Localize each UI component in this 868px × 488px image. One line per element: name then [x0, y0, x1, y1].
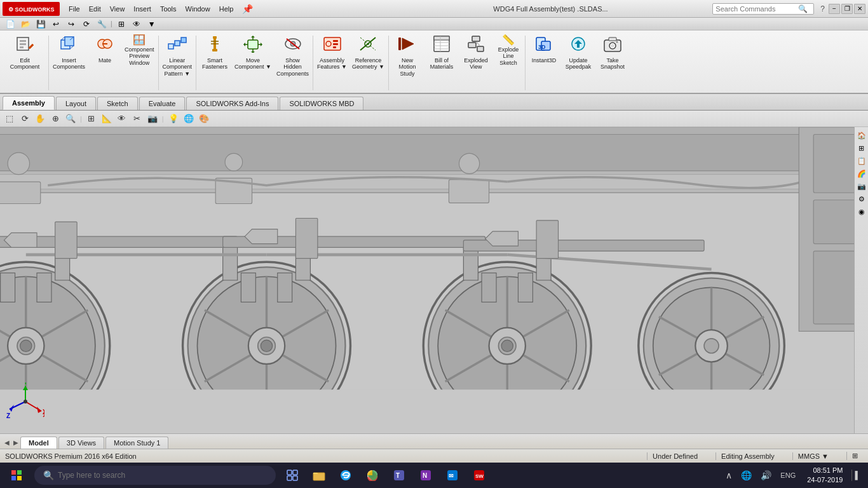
- qa-undo[interactable]: ↩: [50, 18, 62, 30]
- subtb-view-camera[interactable]: 📷: [146, 112, 159, 125]
- subtb-pan[interactable]: ✋: [33, 112, 47, 125]
- search-input[interactable]: [715, 5, 798, 13]
- show-desktop-btn[interactable]: ▌: [851, 470, 863, 481]
- bottom-tab-prev[interactable]: ◀: [3, 436, 11, 449]
- menu-window[interactable]: Window: [182, 4, 214, 14]
- bottom-tab-model[interactable]: Model: [20, 437, 57, 449]
- qa-options[interactable]: 🔧: [95, 18, 108, 30]
- qa-redo[interactable]: ↪: [65, 18, 78, 30]
- subtb-section-view[interactable]: ✂: [130, 112, 144, 125]
- ribbon-reference-geometry[interactable]: ReferenceGeometry ▼: [349, 33, 387, 93]
- sys-tray-chevron[interactable]: ∧: [723, 469, 735, 482]
- qa-save[interactable]: 💾: [34, 18, 47, 30]
- qa-open[interactable]: 📂: [19, 18, 32, 30]
- qa-rebuild[interactable]: ⟳: [80, 18, 93, 30]
- menu-tools[interactable]: Tools: [156, 4, 180, 14]
- system-clock[interactable]: 08:51 PM 24-07-2019: [802, 466, 848, 485]
- view-misc-btn[interactable]: ◉: [856, 206, 867, 217]
- ribbon-smart-fasteners[interactable]: SmartFasteners: [198, 33, 232, 93]
- view-orient-btn[interactable]: 🏠: [856, 130, 867, 141]
- bottom-tab-3dviews[interactable]: 3D Views: [58, 437, 104, 449]
- subtb-zoom-sel[interactable]: 🔍: [64, 112, 78, 125]
- menu-help[interactable]: Help: [215, 4, 238, 14]
- svg-text:3D: 3D: [538, 44, 546, 50]
- sys-tray-network[interactable]: 🌐: [738, 469, 754, 482]
- subtb-lights[interactable]: 💡: [166, 112, 180, 125]
- svg-marker-32: [261, 43, 262, 46]
- taskview-icon[interactable]: [280, 463, 305, 487]
- ribbon-exploded-view[interactable]: ExplodedView: [459, 33, 493, 93]
- tab-assembly[interactable]: Assembly: [3, 96, 55, 110]
- onenote-icon[interactable]: N: [413, 463, 438, 487]
- view-gear-btn[interactable]: ⚙: [856, 193, 867, 205]
- sw-icon[interactable]: SW: [466, 463, 492, 487]
- bottom-tab-next[interactable]: ▶: [11, 436, 20, 449]
- qa-more[interactable]: ▼: [146, 18, 158, 30]
- taskbar-search-input[interactable]: [58, 471, 267, 480]
- subtb-appearances[interactable]: 🎨: [197, 112, 211, 125]
- menu-insert[interactable]: Insert: [130, 4, 155, 14]
- 3d-viewport[interactable]: X Y Z: [0, 127, 854, 433]
- bottom-tab-motion[interactable]: Motion Study 1: [105, 437, 168, 449]
- qa-new[interactable]: 📄: [4, 18, 17, 30]
- file-explorer-icon[interactable]: [306, 463, 332, 487]
- ribbon-explode-line-sketch[interactable]: 📏 ExplodeLineSketch: [493, 33, 524, 93]
- svg-rect-126: [0, 390, 854, 433]
- subtb-realview[interactable]: 🌐: [182, 112, 196, 125]
- tab-sw-addins[interactable]: SOLIDWORKS Add-Ins: [186, 97, 278, 110]
- ribbon-move-component[interactable]: MoveComponent ▼: [232, 33, 274, 93]
- view-planes-btn[interactable]: ⊞: [856, 142, 867, 154]
- svg-rect-148: [11, 470, 16, 475]
- qa-view[interactable]: 👁: [130, 18, 143, 30]
- status-expand[interactable]: ⊞: [846, 452, 863, 460]
- svg-text:SW: SW: [475, 473, 484, 479]
- menu-view[interactable]: View: [106, 4, 129, 14]
- view-camera-btn[interactable]: 📷: [856, 180, 867, 192]
- subtb-hide-show[interactable]: 👁: [115, 112, 129, 125]
- tab-sw-mbd[interactable]: SOLIDWORKS MBD: [280, 97, 363, 110]
- ribbon-instant3d[interactable]: 3D Instant3D: [527, 33, 561, 93]
- sys-tray-volume[interactable]: 🔊: [758, 469, 774, 482]
- subtb-select[interactable]: ⬚: [3, 112, 17, 125]
- teams-icon[interactable]: T: [386, 463, 412, 487]
- ribbon-linear-pattern[interactable]: LinearComponentPattern ▼: [160, 33, 195, 93]
- subtb-display-style[interactable]: 📐: [100, 112, 114, 125]
- outlook-icon[interactable]: ✉: [440, 463, 465, 487]
- ribbon-show-hidden[interactable]: ShowHiddenComponents: [274, 33, 311, 93]
- menu-file[interactable]: File: [65, 4, 84, 14]
- close-button[interactable]: ✕: [854, 4, 865, 14]
- ribbon-mate[interactable]: Mate: [88, 33, 122, 93]
- chrome-icon[interactable]: [360, 463, 385, 487]
- ribbon-bill-of-materials[interactable]: Bill ofMaterials: [424, 33, 459, 93]
- tab-evaluate[interactable]: Evaluate: [139, 97, 186, 110]
- ribbon-take-snapshot[interactable]: TakeSnapshot: [595, 33, 630, 93]
- sub-toolbar: ⬚ ⟳ ✋ ⊕ 🔍 | ⊞ 📐 👁 ✂ 📷 | 💡 🌐 🎨: [0, 111, 868, 127]
- view-settings-btn[interactable]: 📋: [856, 155, 867, 166]
- subtb-rotate[interactable]: ⟳: [18, 112, 32, 125]
- restore-button[interactable]: ❐: [841, 4, 853, 14]
- ribbon-insert-components[interactable]: InsertComponents: [50, 33, 88, 93]
- window-title: WDG4 Full Assembly(test) .SLDAS...: [389, 5, 713, 13]
- menu-edit[interactable]: Edit: [85, 4, 105, 14]
- pin-icon[interactable]: 📌: [242, 4, 253, 14]
- view-colors-btn[interactable]: 🌈: [856, 168, 867, 179]
- ribbon-component-preview[interactable]: 🪟 ComponentPreviewWindow: [122, 33, 157, 93]
- start-button[interactable]: [3, 463, 31, 487]
- qa-selection-filter[interactable]: ⊞: [115, 18, 128, 30]
- ribbon-edit-component[interactable]: Edit Component: [3, 33, 47, 93]
- search-box[interactable]: 🔍: [712, 3, 814, 15]
- svg-rect-53: [472, 36, 480, 41]
- ribbon-update-speedpak[interactable]: UpdateSpeedpak: [561, 33, 595, 93]
- subtb-view-orient[interactable]: ⊞: [85, 112, 98, 125]
- assembly-features-label: AssemblyFeatures ▼: [317, 57, 347, 71]
- ribbon-new-motion-study[interactable]: NewMotionStudy: [390, 33, 424, 93]
- tab-layout[interactable]: Layout: [56, 97, 96, 110]
- subtb-zoom-all[interactable]: ⊕: [48, 112, 62, 125]
- tab-sketch[interactable]: Sketch: [97, 97, 138, 110]
- taskbar-search[interactable]: 🔍: [34, 466, 276, 485]
- show-hidden-icon: [283, 35, 303, 56]
- help-icon[interactable]: ?: [818, 4, 827, 13]
- edge-icon[interactable]: [333, 463, 358, 487]
- minimize-button[interactable]: −: [829, 4, 840, 14]
- ribbon-assembly-features[interactable]: AssemblyFeatures ▼: [315, 33, 349, 93]
